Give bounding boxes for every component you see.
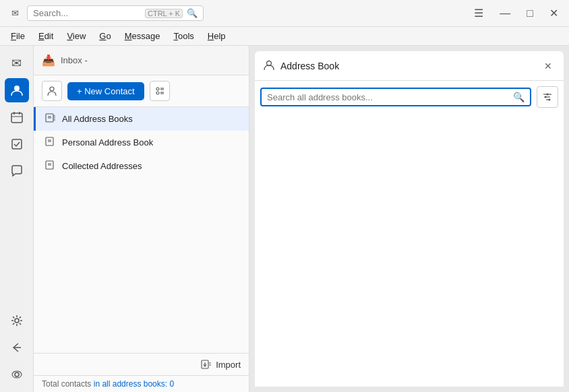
contact-toolbar: + New Contact	[34, 75, 249, 107]
svg-point-6	[15, 319, 19, 323]
window-controls: ☰ — □ ✕	[471, 5, 561, 21]
svg-rect-5	[12, 139, 22, 149]
status-middle: in all address books:	[94, 379, 167, 389]
personal-book-icon	[45, 136, 56, 147]
address-book-item-personal[interactable]: Personal Address Book	[34, 131, 249, 154]
sidebar-item-contacts[interactable]	[5, 78, 29, 102]
address-book-list: All Address Books Personal Address Book	[34, 107, 249, 353]
address-book-search-row: 🔍	[255, 81, 564, 113]
icon-sidebar: ✉	[0, 46, 34, 392]
settings-icon	[10, 314, 24, 327]
contact-list-icon-btn[interactable]	[150, 81, 170, 101]
svg-rect-1	[11, 113, 22, 123]
inbox-icon: 📥	[42, 54, 55, 67]
sidebar-item-tasks[interactable]	[5, 132, 29, 156]
main-area: ✉	[0, 46, 569, 392]
address-book-icon	[44, 112, 57, 125]
inbox-title: Inbox -	[61, 55, 241, 65]
contacts-icon-btn[interactable]	[42, 81, 62, 101]
global-search-bar[interactable]: CTRL + K 🔍	[27, 5, 204, 21]
address-book-search[interactable]: 🔍	[260, 88, 531, 106]
maximize-button[interactable]: □	[524, 6, 536, 21]
sidebar-item-calendar[interactable]	[5, 105, 29, 129]
sidebar-item-settings[interactable]	[5, 308, 29, 333]
address-book-personal-icon	[44, 136, 57, 149]
app-icon: ✉	[8, 7, 22, 20]
menu-message[interactable]: Message	[119, 29, 166, 43]
address-book-header-icon	[263, 59, 275, 71]
menu-button[interactable]: ☰	[471, 5, 486, 21]
status-count: 0	[169, 379, 174, 389]
address-book-item-collected[interactable]: Collected Addresses	[34, 154, 249, 178]
sidebar-item-activity[interactable]	[5, 362, 29, 387]
svg-point-8	[15, 372, 19, 377]
sidebar-item-back[interactable]	[5, 335, 29, 360]
address-book-title: Address Book	[280, 61, 535, 71]
activity-icon	[10, 368, 24, 381]
tasks-icon	[10, 137, 24, 151]
svg-point-10	[156, 88, 159, 90]
menubar: File Edit View Go Message Tools Help	[0, 27, 569, 46]
global-search-input[interactable]	[33, 8, 141, 18]
address-book-icon-header	[263, 59, 275, 73]
chat-icon	[10, 164, 24, 178]
svg-point-9	[50, 87, 54, 91]
left-panel-footer: Import	[34, 353, 249, 375]
address-book-personal-label: Personal Address Book	[62, 137, 153, 148]
search-icon: 🔍	[513, 92, 525, 102]
svg-point-0	[14, 86, 20, 91]
search-icon: 🔍	[187, 8, 198, 18]
menu-file[interactable]: File	[5, 29, 30, 43]
titlebar-left: ✉ CTRL + K 🔍	[8, 5, 204, 21]
svg-point-37	[545, 96, 547, 98]
sidebar-item-chat[interactable]	[5, 159, 29, 183]
menu-edit[interactable]: Edit	[33, 29, 59, 43]
new-contact-button[interactable]: + New Contact	[67, 82, 144, 100]
calendar-icon	[10, 110, 24, 124]
collected-book-icon	[45, 160, 56, 170]
svg-point-38	[549, 99, 551, 101]
right-panel: Address Book ✕ 🔍	[249, 46, 569, 392]
address-book-item-all[interactable]: All Address Books	[34, 107, 249, 131]
menu-view[interactable]: View	[61, 29, 91, 43]
menu-tools[interactable]: Tools	[168, 29, 199, 43]
address-book-all-icon	[45, 112, 56, 123]
filter-icon	[542, 92, 553, 102]
import-button[interactable]: Import	[201, 359, 241, 370]
filter-button[interactable]	[537, 86, 558, 108]
menu-go[interactable]: Go	[94, 29, 116, 43]
left-panel: 📥 Inbox - + New Contact	[34, 46, 249, 392]
address-book-search-input[interactable]	[267, 92, 513, 102]
sidebar-item-mail[interactable]: ✉	[5, 51, 29, 75]
minimize-button[interactable]: —	[497, 6, 513, 21]
contacts-toolbar-icon	[47, 86, 57, 96]
left-panel-header: 📥 Inbox -	[34, 46, 249, 75]
back-icon	[10, 341, 24, 354]
address-book-header: Address Book ✕	[255, 51, 564, 81]
contact-list-icon	[154, 86, 165, 96]
address-book-content	[255, 113, 564, 387]
titlebar: ✉ CTRL + K 🔍 ☰ — □ ✕	[0, 0, 569, 27]
sidebar-bottom	[5, 308, 29, 387]
status-bar: Total contacts in all address books: 0	[34, 375, 249, 392]
menu-help[interactable]: Help	[202, 29, 231, 43]
import-label: Import	[216, 360, 241, 370]
search-shortcut: CTRL + K	[145, 9, 183, 18]
address-book-collected-label: Collected Addresses	[62, 161, 142, 171]
contacts-icon	[10, 84, 24, 97]
svg-point-36	[547, 94, 549, 96]
address-book-close-button[interactable]: ✕	[541, 59, 556, 73]
close-button[interactable]: ✕	[547, 5, 561, 21]
status-prefix: Total contacts	[42, 379, 94, 389]
svg-point-13	[156, 92, 159, 94]
import-icon	[201, 359, 212, 370]
address-book-all-label: All Address Books	[62, 114, 133, 124]
address-book-collected-icon	[44, 160, 57, 172]
